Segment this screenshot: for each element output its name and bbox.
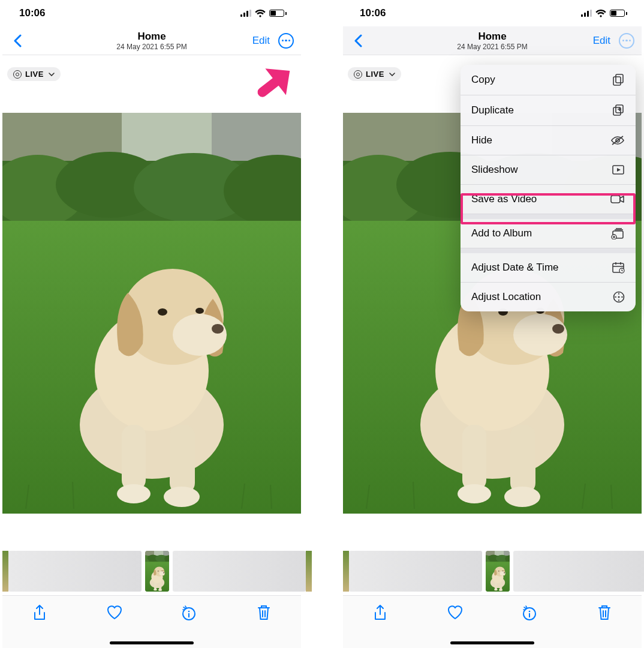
back-button[interactable] [350,31,366,51]
menu-label: Add to Album [471,227,532,239]
screenshot-left: 10:06 Home 24 May 2021 6:55 PM Edit LIVE [2,0,301,648]
cellular-icon [240,10,251,17]
live-icon [354,70,362,79]
menu-label: Hide [471,134,492,146]
menu-label: Adjust Date & Time [471,262,559,274]
delete-button[interactable] [586,604,622,621]
menu-label: Adjust Location [471,291,541,303]
context-menu: Copy Duplicate Hide Slideshow Save as Vi… [461,65,636,311]
edit-button[interactable]: Edit [593,35,610,47]
menu-label: Copy [471,74,495,86]
thumb-next[interactable] [513,551,644,592]
battery-icon [269,10,287,17]
thumbnail-strip[interactable] [2,547,301,595]
svg-line-33 [612,136,623,145]
video-icon [610,194,625,204]
chevron-down-icon [49,73,55,76]
svg-rect-35 [611,196,620,203]
status-time: 10:06 [360,7,386,19]
menu-slideshow[interactable]: Slideshow [461,155,636,185]
menu-label: Slideshow [471,164,518,176]
share-button[interactable] [22,604,58,622]
edit-button[interactable]: Edit [252,35,270,47]
menu-adjust-location[interactable]: Adjust Location [461,283,636,311]
svg-rect-28 [613,77,621,85]
svg-point-26 [188,611,190,613]
hide-icon [610,135,625,146]
battery-icon [610,10,627,17]
status-icons [240,10,287,17]
bottom-toolbar [343,595,642,648]
wifi-icon [595,10,606,17]
thumb-current[interactable] [144,550,170,593]
thumb-next[interactable] [173,551,306,592]
favorite-button[interactable] [437,604,473,620]
nav-bar: Home 24 May 2021 6:55 PM Edit [2,26,301,55]
duplicate-icon [612,104,625,117]
live-badge[interactable]: LIVE [7,67,61,81]
location-icon [613,291,625,303]
live-label: LIVE [366,70,384,79]
menu-label: Save as Video [471,193,537,205]
cellular-icon [581,10,592,17]
menu-adjust-date[interactable]: Adjust Date & Time [461,248,636,283]
screenshot-right: 10:06 Home 24 May 2021 6:55 PM Edit LIVE [343,0,642,648]
thumbnail-strip[interactable] [343,547,642,595]
bottom-toolbar [2,595,301,648]
wifi-icon [255,10,266,17]
svg-rect-44 [529,613,530,617]
menu-hide[interactable]: Hide [461,126,636,155]
nav-bar: Home 24 May 2021 6:55 PM Edit [343,26,642,55]
thumb-prev-edge[interactable] [2,551,8,592]
album-icon [610,227,625,239]
home-indicator[interactable] [110,641,194,644]
delete-button[interactable] [246,604,282,621]
status-icons [581,10,627,17]
menu-save-as-video[interactable]: Save as Video [461,185,636,214]
menu-copy[interactable]: Copy [461,65,636,95]
svg-rect-27 [188,613,189,617]
svg-rect-29 [616,74,623,83]
annotation-arrow [230,47,297,114]
copy-icon [612,73,625,86]
status-time: 10:06 [19,7,45,19]
svg-point-43 [529,611,531,613]
more-button[interactable] [619,33,634,49]
favorite-button[interactable] [97,604,133,620]
thumb-prev[interactable] [8,551,142,592]
chevron-down-icon [389,73,395,76]
live-icon [13,70,22,79]
thumb-current[interactable] [484,550,511,593]
photo-viewport[interactable] [2,113,301,514]
status-bar: 10:06 [2,0,301,26]
calendar-icon [612,262,625,274]
status-bar: 10:06 [343,0,642,26]
back-button[interactable] [10,31,25,51]
menu-add-to-album[interactable]: Add to Album [461,214,636,248]
thumb-next-edge[interactable] [306,551,312,592]
home-indicator[interactable] [450,641,534,644]
thumb-prev[interactable] [349,551,482,592]
info-button[interactable] [171,604,207,621]
menu-duplicate[interactable]: Duplicate [461,95,636,126]
thumb-prev-edge[interactable] [343,551,349,592]
more-button[interactable] [278,33,294,49]
live-badge[interactable]: LIVE [348,67,401,81]
menu-label: Duplicate [471,104,514,116]
info-button[interactable] [511,604,547,621]
slideshow-icon [612,164,625,175]
svg-point-41 [618,296,620,298]
share-button[interactable] [362,604,398,622]
live-label: LIVE [25,70,44,79]
